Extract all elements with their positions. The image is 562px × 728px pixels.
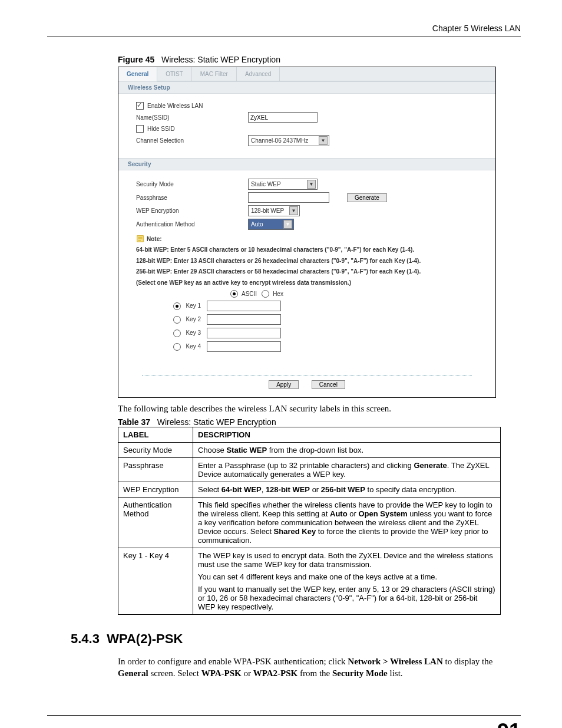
table-cell-label: WEP Encryption (118, 482, 193, 498)
key3-input[interactable] (207, 328, 281, 338)
table-cell-label: Key 1 - Key 4 (118, 548, 193, 615)
wep-encryption-label: WEP Encryption (136, 207, 248, 214)
table-caption: Table 37 Wireless: Static WEP Encryption (118, 417, 521, 427)
figure-label: Figure 45 (118, 55, 154, 64)
auth-method-value: Auto (251, 221, 263, 228)
apply-button[interactable]: Apply (269, 380, 299, 389)
table-row: WEP EncryptionSelect 64-bit WEP, 128-bit… (118, 482, 501, 498)
security-mode-select[interactable]: Static WEP ▼ (248, 179, 318, 190)
chevron-down-icon: ▼ (283, 220, 292, 229)
tab-general[interactable]: General (118, 67, 157, 81)
tab-otist[interactable]: OTIST (157, 67, 191, 81)
auth-method-label: Authentication Method (136, 221, 248, 228)
note-line-4: (Select one WEP key as an active key to … (136, 279, 487, 287)
section-wireless-setup: Wireless Setup (118, 81, 495, 94)
note-line-2: 128-bit WEP: Enter 13 ASCII characters o… (136, 258, 487, 265)
format-ascii-radio[interactable] (230, 290, 238, 298)
key3-radio[interactable] (173, 330, 181, 337)
ssid-input[interactable] (248, 112, 318, 123)
table-cell-desc: The WEP key is used to encrypt data. Bot… (193, 548, 501, 615)
key4-label: Key 4 (186, 343, 201, 350)
section-number: 5.4.3 (71, 631, 100, 646)
channel-select[interactable]: Channel-06 2437MHz ▼ (248, 135, 329, 146)
key3-label: Key 3 (186, 330, 201, 336)
footer-page-number: 91 (497, 719, 521, 729)
key2-radio[interactable] (173, 316, 181, 324)
enable-wireless-lan-label: Enable Wireless LAN (147, 103, 203, 109)
chevron-down-icon: ▼ (289, 206, 298, 215)
table-cell-label: Passphrase (118, 458, 193, 482)
tab-advanced[interactable]: Advanced (237, 67, 280, 81)
key1-input[interactable] (207, 301, 281, 311)
hide-ssid-checkbox[interactable] (136, 125, 144, 133)
table-cell-desc: Select 64-bit WEP, 128-bit WEP or 256-bi… (193, 482, 501, 498)
chevron-down-icon: ▼ (319, 136, 328, 145)
channel-value: Channel-06 2437MHz (251, 137, 308, 144)
ssid-label: Name(SSID) (136, 114, 248, 121)
hide-ssid-label: Hide SSID (147, 126, 175, 132)
table-row: PassphraseEnter a Passphrase (up to 32 p… (118, 458, 501, 482)
table-row: Key 1 - Key 4The WEP key is used to encr… (118, 548, 501, 615)
note-line-1: 64-bit WEP: Enter 5 ASCII characters or … (136, 246, 487, 254)
note-row: Note: (136, 235, 487, 243)
note-icon (136, 235, 144, 243)
note-line-3: 256-bit WEP: Enter 29 ASCII characters o… (136, 268, 487, 276)
section-543-paragraph: In order to configure and enable WPA-PSK… (118, 655, 521, 680)
security-mode-label: Security Mode (136, 181, 248, 187)
key4-input[interactable] (207, 341, 281, 352)
table-cell-desc: Enter a Passphrase (up to 32 printable c… (193, 458, 501, 482)
table-head-desc: DESCRIPTION (193, 427, 501, 443)
chevron-down-icon: ▼ (307, 180, 316, 189)
separator (142, 375, 472, 375)
wep-encryption-select[interactable]: 128-bit WEP ▼ (248, 205, 300, 216)
figure-title: Wireless: Static WEP Encryption (161, 55, 280, 64)
header-rule (47, 37, 521, 37)
screenshot-panel: General OTIST MAC Filter Advanced Wirele… (118, 67, 496, 398)
passphrase-input[interactable] (248, 192, 329, 203)
table-row: Security ModeChoose Static WEP from the … (118, 443, 501, 458)
table-cell-label: Security Mode (118, 443, 193, 458)
section-heading-543: 5.4.3 WPA(2)-PSK (71, 631, 521, 647)
format-hex-radio[interactable] (262, 290, 269, 298)
wep-encryption-value: 128-bit WEP (251, 207, 284, 214)
key1-label: Key 1 (186, 302, 201, 309)
key4-radio[interactable] (173, 343, 181, 351)
after-figure-text: The following table describes the wirele… (118, 404, 521, 414)
table-caption-label: Table 37 (118, 417, 150, 427)
page-footer: P-2302HWUDL-P1 Series User's Guide 91 (47, 715, 521, 729)
note-label: Note: (147, 236, 162, 242)
tab-mac-filter[interactable]: MAC Filter (192, 67, 237, 81)
section-security: Security (118, 158, 495, 170)
channel-label: Channel Selection (136, 137, 248, 144)
figure-caption: Figure 45 Wireless: Static WEP Encryptio… (118, 55, 521, 64)
passphrase-label: Passphrase (136, 195, 248, 201)
auth-method-select[interactable]: Auto ▼ (248, 219, 294, 230)
table-head-label: LABEL (118, 427, 193, 443)
generate-button[interactable]: Generate (347, 193, 387, 202)
table-cell-desc: Choose Static WEP from the drop-down lis… (193, 443, 501, 458)
enable-wireless-lan-checkbox[interactable] (136, 102, 144, 110)
section-title: WPA(2)-PSK (107, 631, 183, 646)
table-cell-label: Authentication Method (118, 498, 193, 548)
description-table: LABEL DESCRIPTION Security ModeChoose St… (118, 427, 501, 615)
key1-radio[interactable] (173, 302, 181, 310)
security-mode-value: Static WEP (251, 181, 281, 187)
chapter-header: Chapter 5 Wireless LAN (47, 24, 521, 33)
key2-input[interactable] (207, 314, 281, 325)
format-hex-label: Hex (273, 291, 283, 297)
table-caption-title: Wireless: Static WEP Encryption (157, 417, 276, 427)
table-cell-desc: This field specifies whether the wireles… (193, 498, 501, 548)
table-row: Authentication MethodThis field specifie… (118, 498, 501, 548)
cancel-button[interactable]: Cancel (312, 380, 345, 389)
tab-bar: General OTIST MAC Filter Advanced (118, 67, 495, 81)
format-ascii-label: ASCII (242, 291, 257, 297)
key2-label: Key 2 (186, 316, 201, 322)
